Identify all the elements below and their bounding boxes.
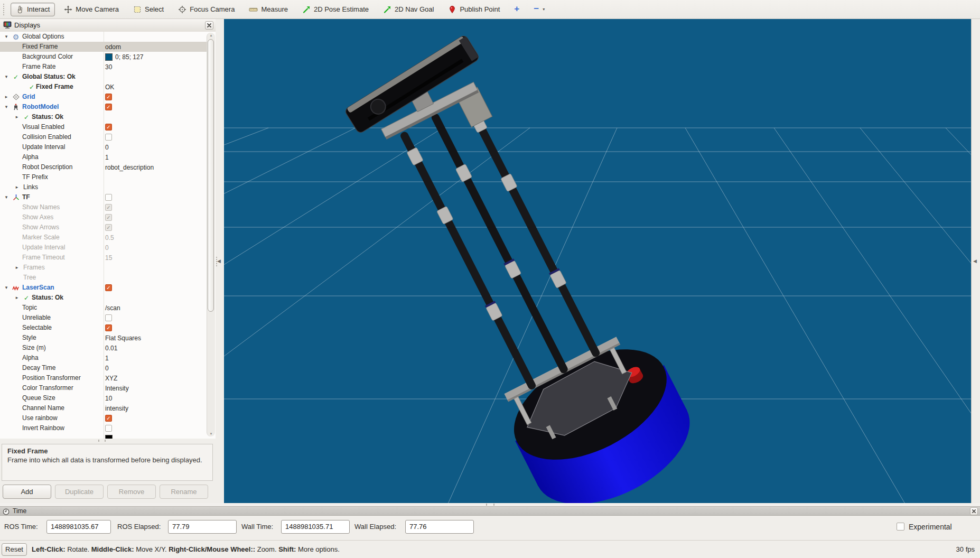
duplicate-button: Duplicate <box>55 485 104 499</box>
tool-select[interactable]: Select <box>128 3 169 16</box>
checkbox-checked[interactable]: ✓ <box>105 124 112 131</box>
tree-row-topic[interactable]: Topic/scan <box>0 303 207 313</box>
tree-row-frame-timeout[interactable]: Frame Timeout15 <box>0 253 207 263</box>
tool-2d-pose-estimate[interactable]: 2D Pose Estimate <box>297 3 374 16</box>
tree-row-robotmodel[interactable]: ▾RobotModel✓ <box>0 102 207 112</box>
tree-row-alpha[interactable]: Alpha1 <box>0 353 207 363</box>
time-field-input[interactable]: 1488981035.71 <box>281 520 350 534</box>
expander-open-icon[interactable]: ▾ <box>3 72 10 82</box>
tree-row-color-transformer[interactable]: Color TransformerIntensity <box>0 383 207 393</box>
checkbox-unchecked[interactable] <box>105 134 112 141</box>
tree-row-use-rainbow[interactable]: Use rainbow✓ <box>0 413 207 423</box>
tree-row-position-transformer[interactable]: Position TransformerXYZ <box>0 373 207 383</box>
time-close-button[interactable] <box>970 507 978 515</box>
time-field-input[interactable]: 77.76 <box>405 520 474 534</box>
displays-close-button[interactable] <box>205 21 213 30</box>
tree-row-fixed-frame[interactable]: ✓Fixed FrameOK <box>0 82 207 92</box>
collapse-right-icon[interactable]: ◀ <box>973 258 977 264</box>
displays-icon <box>3 21 12 31</box>
toolbar-grip[interactable] <box>3 4 6 15</box>
tree-row-unreliable[interactable]: Unreliable <box>0 313 207 323</box>
tree-row-show-names[interactable]: Show Names✓ <box>0 202 207 212</box>
tree-row-visual-enabled[interactable]: Visual Enabled✓ <box>0 122 207 132</box>
tree-row-invert-rainbow[interactable]: Invert Rainbow <box>0 423 207 433</box>
tree-row-collision-enabled[interactable]: Collision Enabled <box>0 132 207 142</box>
tree-row-frame-rate[interactable]: Frame Rate30 <box>0 62 207 72</box>
tree-row-global-options[interactable]: ▾⚙Global Options <box>0 32 207 42</box>
add-button[interactable]: Add <box>3 485 51 499</box>
tree-row-status-ok[interactable]: ▸✓Status: Ok <box>0 293 207 303</box>
scrollbar-down-icon[interactable]: ▾ <box>207 431 215 436</box>
tree-row-channel-name[interactable]: Channel Nameintensity <box>0 403 207 413</box>
tool-interact[interactable]: Interact <box>11 3 55 16</box>
tool-2d-nav-goal[interactable]: 2D Nav Goal <box>378 3 439 16</box>
tree-row-style[interactable]: StyleFlat Squares <box>0 333 207 343</box>
expander-open-icon[interactable]: ▾ <box>3 102 10 112</box>
tool-publish-point[interactable]: Publish Point <box>443 3 505 16</box>
tree-row-show-axes[interactable]: Show Axes✓ <box>0 212 207 222</box>
experimental-label: Experimental <box>909 523 952 531</box>
collapse-left-icon[interactable]: ◀ <box>217 258 221 264</box>
expander-open-icon[interactable]: ▾ <box>3 32 10 42</box>
right-splitter[interactable]: ◀ <box>971 19 980 503</box>
displays-scrollbar[interactable]: ▴ ▾ <box>207 33 215 436</box>
tree-row-links[interactable]: ▸Links <box>0 182 207 192</box>
checkbox-checked[interactable]: ✓ <box>105 324 112 331</box>
left-splitter[interactable]: ◀ <box>216 19 224 503</box>
checkbox-checked[interactable]: ✓ <box>105 415 112 422</box>
scrollbar-up-icon[interactable]: ▴ <box>207 33 215 38</box>
tree-row-frames[interactable]: ▸Frames <box>0 263 207 273</box>
property-label: Show Axes <box>22 212 53 222</box>
tree-row-alpha[interactable]: Alpha1 <box>0 152 207 162</box>
tree-row-update-interval[interactable]: Update Interval0 <box>0 142 207 152</box>
status-segment: Shift: <box>278 545 296 553</box>
tree-row-background-color[interactable]: Background Color0; 85; 127 <box>0 52 207 62</box>
expander-closed-icon[interactable]: ▸ <box>14 293 20 303</box>
checkbox-checked[interactable]: ✓ <box>105 104 112 110</box>
tree-row-size-m-[interactable]: Size (m)0.01 <box>0 343 207 353</box>
checkbox-checked[interactable]: ✓ <box>105 284 112 291</box>
expander-open-icon[interactable]: ▾ <box>3 192 10 202</box>
tool-focus-camera[interactable]: Focus Camera <box>173 3 240 16</box>
checkbox-checked[interactable]: ✓ <box>105 94 112 100</box>
expander-open-icon[interactable]: ▾ <box>3 283 10 293</box>
tool-remove-tool[interactable]: −▾ <box>528 3 550 16</box>
tree-row-update-interval[interactable]: Update Interval0 <box>0 243 207 253</box>
tool-move-camera[interactable]: Move Camera <box>59 3 124 16</box>
time-field-input[interactable]: 77.79 <box>168 520 237 534</box>
checkbox-unchecked[interactable] <box>105 314 112 321</box>
tree-row-selectable[interactable]: Selectable✓ <box>0 323 207 333</box>
tree-help-splitter[interactable] <box>0 439 216 443</box>
tree-row-show-arrows[interactable]: Show Arrows✓ <box>0 222 207 232</box>
tool-measure[interactable]: Measure <box>244 3 293 16</box>
render-viewport[interactable] <box>224 19 971 503</box>
time-field-input[interactable]: 1488981035.67 <box>46 520 111 534</box>
tree-row-fixed-frame[interactable]: Fixed Frameodom <box>0 42 207 52</box>
tree-row-grid[interactable]: ▸Grid✓ <box>0 92 207 102</box>
chevron-down-icon[interactable]: ▾ <box>543 7 545 12</box>
tree-row-global-status-ok[interactable]: ▾✓Global Status: Ok <box>0 72 207 82</box>
tree-row-tree[interactable]: Tree <box>0 273 207 283</box>
property-label: Status: Ok <box>32 112 63 122</box>
tree-row-status-ok[interactable]: ▸✓Status: Ok <box>0 112 207 122</box>
experimental-checkbox[interactable] <box>897 523 904 531</box>
tool-add-tool[interactable]: + <box>509 3 525 16</box>
expander-closed-icon[interactable]: ▸ <box>14 182 20 192</box>
checkbox-unchecked[interactable] <box>105 194 112 201</box>
laser-icon <box>12 283 20 293</box>
expander-closed-icon[interactable]: ▸ <box>14 263 20 273</box>
tree-row-laserscan[interactable]: ▾LaserScan✓ <box>0 283 207 293</box>
checkbox-unchecked[interactable] <box>105 425 112 432</box>
tree-row-queue-size[interactable]: Queue Size10 <box>0 393 207 403</box>
tree-row-marker-scale[interactable]: Marker Scale0.5 <box>0 232 207 243</box>
scrollbar-thumb[interactable] <box>208 39 214 312</box>
reset-button[interactable]: Reset <box>2 543 27 556</box>
tree-row-robot-description[interactable]: Robot Descriptionrobot_description <box>0 162 207 172</box>
tree-row-decay-time[interactable]: Decay Time0 <box>0 363 207 373</box>
expander-closed-icon[interactable]: ▸ <box>3 92 10 102</box>
expander-closed-icon[interactable]: ▸ <box>14 112 20 122</box>
hand-icon <box>16 5 24 14</box>
property-value: 30 <box>105 62 112 72</box>
tree-row-tf-prefix[interactable]: TF Prefix <box>0 172 207 182</box>
tree-row-tf[interactable]: ▾TF <box>0 192 207 202</box>
